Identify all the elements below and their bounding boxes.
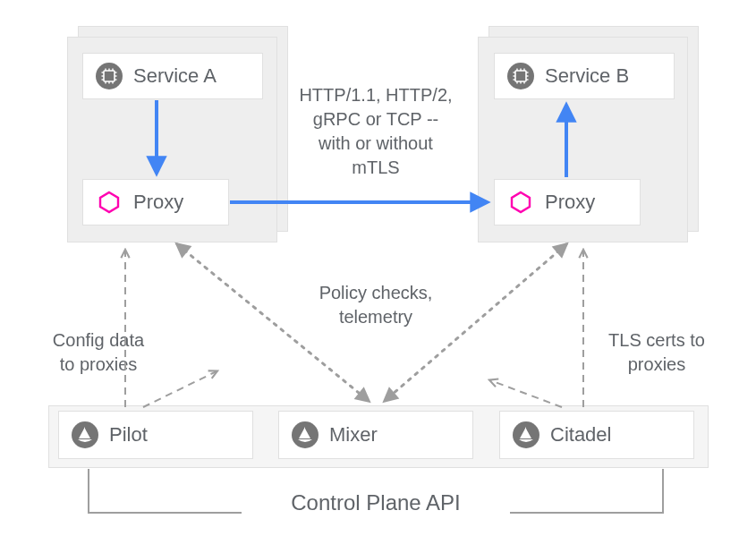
hexagon-icon: [96, 189, 123, 216]
pilot-label: Pilot: [109, 423, 148, 447]
sailboat-icon: [513, 421, 539, 448]
citadel-label: Citadel: [550, 423, 611, 447]
hexagon-icon: [507, 189, 534, 216]
svg-point-0: [96, 63, 123, 89]
service-a-box: Service A: [82, 53, 263, 99]
pilot-box: Pilot: [58, 411, 253, 459]
diagram-canvas: Service A Proxy Service B Proxy Pilot: [0, 0, 756, 553]
arrow-pilot-branch: [143, 371, 217, 407]
sailboat-icon: [72, 421, 98, 448]
config-label: Config data to proxies: [36, 328, 161, 377]
service-b-label: Service B: [545, 64, 629, 88]
mixer-label: Mixer: [329, 423, 378, 447]
control-plane-api-label: Control Plane API: [242, 489, 510, 517]
chip-icon: [96, 63, 123, 89]
protocols-label: HTTP/1.1, HTTP/2, gRPC or TCP -- with or…: [286, 83, 465, 180]
svg-marker-14: [100, 192, 118, 212]
svg-marker-29: [512, 192, 530, 212]
citadel-box: Citadel: [499, 411, 694, 459]
sailboat-icon: [292, 421, 319, 448]
svg-point-15: [507, 63, 534, 89]
tls-label: TLS certs to proxies: [594, 328, 719, 377]
chip-icon: [507, 63, 534, 89]
mixer-box: Mixer: [278, 411, 473, 459]
proxy-a-box: Proxy: [82, 179, 229, 225]
proxy-b-box: Proxy: [494, 179, 641, 225]
service-b-box: Service B: [494, 53, 675, 99]
service-a-label: Service A: [133, 64, 217, 88]
proxy-a-label: Proxy: [133, 191, 183, 214]
policy-label: Policy checks, telemetry: [295, 281, 456, 329]
arrow-citadel-branch: [490, 380, 562, 407]
proxy-b-label: Proxy: [545, 191, 595, 214]
